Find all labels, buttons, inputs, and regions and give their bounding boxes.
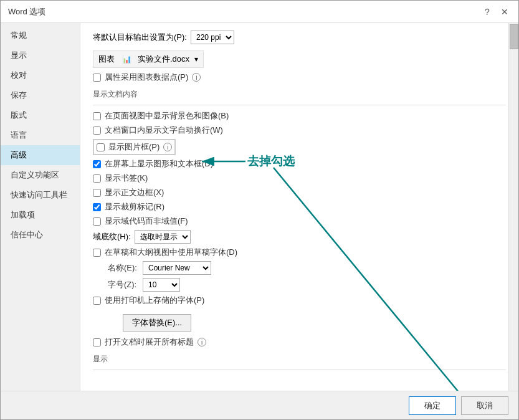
cb9-checkbox[interactable] — [93, 249, 101, 257]
sidebar-item-layout[interactable]: 版式 — [1, 105, 80, 125]
field-shading-select[interactable]: 选取时显示 — [135, 230, 191, 244]
cb1-label: 在页面视图中显示背景色和图像(B) — [105, 110, 229, 122]
cb1-wrap: 在页面视图中显示背景色和图像(B) — [93, 110, 229, 122]
title-bar: Word 选项 ? ✕ — [1, 1, 518, 23]
close-button[interactable]: ✕ — [498, 6, 511, 18]
cb11-checkbox[interactable] — [93, 338, 101, 346]
cb1-row: 在页面视图中显示背景色和图像(B) — [93, 110, 506, 122]
sidebar-item-proofing[interactable]: 校对 — [1, 65, 80, 85]
doc-content-section-label: 显示文档内容 — [93, 89, 506, 101]
dialog: Word 选项 ? ✕ 常规 显示 校对 保存 版式 语言 高级 自定义功能区 … — [0, 0, 519, 420]
title-controls: ? ✕ — [481, 6, 511, 18]
sidebar-item-display[interactable]: 显示 — [1, 45, 80, 65]
cb8-row: 显示域代码而非域值(F) — [93, 216, 506, 227]
cb8-label: 显示域代码而非域值(F) — [105, 216, 188, 227]
chart-label: 图表 — [98, 54, 115, 65]
cb7-checkbox[interactable] — [93, 203, 101, 211]
cb6-row: 显示正文边框(X) — [93, 187, 506, 198]
cancel-button[interactable]: 取消 — [461, 396, 508, 415]
sidebar: 常规 显示 校对 保存 版式 语言 高级 自定义功能区 快速访问工具栏 加载项 … — [1, 23, 80, 391]
font-size-row: 字号(Z): 10 — [108, 278, 506, 292]
ppi-row: 将默认目标输出设置为(P): 220 ppi — [93, 31, 506, 44]
cb6-wrap: 显示正文边框(X) — [93, 187, 164, 198]
cb5-row: 显示书签(K) — [93, 173, 506, 184]
ok-button[interactable]: 确定 — [409, 396, 456, 415]
ppi-label: 将默认目标输出设置为(P): — [93, 32, 187, 43]
doc-content-divider — [93, 105, 506, 105]
cb5-label: 显示书签(K) — [105, 173, 148, 184]
cb4-label: 在屏幕上显示图形和文本框(D) — [105, 158, 213, 169]
sidebar-item-language[interactable]: 语言 — [1, 125, 80, 145]
sidebar-item-quick-access[interactable]: 快速访问工具栏 — [1, 185, 80, 205]
font-name-label: 名称(E): — [108, 262, 138, 274]
scrollbar[interactable] — [508, 23, 518, 391]
field-shading-label: 域底纹(H): — [93, 231, 131, 242]
cb4-wrap: 在屏幕上显示图形和文本框(D) — [93, 158, 213, 169]
cb9-wrap: 在草稿和大纲视图中使用草稿字体(D) — [93, 247, 237, 258]
display-divider — [93, 370, 506, 370]
cb10-label: 使用打印机上存储的字体(P) — [105, 295, 204, 306]
cb5-wrap: 显示书签(K) — [93, 173, 148, 184]
cb11-wrap: 打开文档时展开所有标题 i — [93, 336, 206, 348]
sidebar-item-advanced[interactable]: 高级 — [1, 145, 80, 165]
cb2-row: 文档窗口内显示文字自动换行(W) — [93, 125, 506, 136]
cb3-wrap: 显示图片框(P) i — [97, 141, 172, 153]
cb3-checkbox[interactable] — [97, 143, 105, 151]
chart-file: 实验文件.docx — [138, 54, 189, 65]
chart-info-icon: i — [192, 73, 201, 82]
cb8-checkbox[interactable] — [93, 217, 101, 226]
cb9-row: 在草稿和大纲视图中使用草稿字体(D) — [93, 247, 506, 258]
cb2-wrap: 文档窗口内显示文字自动换行(W) — [93, 125, 223, 136]
content-area: 常规 显示 校对 保存 版式 语言 高级 自定义功能区 快速访问工具栏 加载项 … — [1, 23, 518, 391]
font-name-select[interactable]: Courier New — [143, 261, 211, 275]
sidebar-item-trust-center[interactable]: 信任中心 — [1, 225, 80, 245]
sidebar-item-general[interactable]: 常规 — [1, 26, 80, 45]
font-size-select[interactable]: 10 — [143, 278, 180, 292]
sidebar-item-customize-ribbon[interactable]: 自定义功能区 — [1, 165, 80, 185]
sidebar-item-save[interactable]: 保存 — [1, 85, 80, 105]
help-button[interactable]: ? — [481, 6, 493, 18]
cb10-row: 使用打印机上存储的字体(P) — [93, 295, 506, 306]
ppi-select[interactable]: 220 ppi — [191, 31, 234, 44]
cb6-label: 显示正文边框(X) — [105, 187, 164, 198]
cb1-checkbox[interactable] — [93, 112, 101, 120]
display-section-label: 显示 — [93, 354, 506, 366]
cb7-wrap: 显示裁剪标记(R) — [93, 201, 164, 212]
cb7-row: 显示裁剪标记(R) — [93, 201, 506, 212]
cb10-wrap: 使用打印机上存储的字体(P) — [93, 295, 204, 306]
cb11-label: 打开文档时展开所有标题 — [105, 336, 194, 348]
scrollbar-thumb[interactable] — [510, 24, 518, 49]
cb4-row: 在屏幕上显示图形和文本框(D) — [93, 158, 506, 169]
main-content: 将默认目标输出设置为(P): 220 ppi 图表 📊 实验文件.docx ▾ … — [80, 23, 518, 391]
cb4-checkbox[interactable] — [93, 160, 101, 168]
cb11-info-icon: i — [198, 338, 206, 346]
cb10-checkbox[interactable] — [93, 297, 101, 305]
chart-checkbox-row: 属性采用图表数据点(P) i — [93, 72, 506, 83]
cb3-label: 显示图片框(P) — [108, 141, 160, 153]
font-replace-row: 字体替换(E)... — [108, 309, 506, 332]
cb7-label: 显示裁剪标记(R) — [105, 201, 164, 212]
cb2-label: 文档窗口内显示文字自动换行(W) — [105, 125, 223, 136]
chart-checkbox[interactable] — [93, 74, 101, 82]
chart-checkbox-wrap: 属性采用图表数据点(P) i — [93, 72, 201, 83]
dialog-title: Word 选项 — [8, 6, 45, 17]
cb3-info-icon: i — [163, 143, 172, 151]
bottom-bar: 确定 取消 — [1, 391, 518, 419]
cb6-checkbox[interactable] — [93, 189, 101, 197]
font-name-row: 名称(E): Courier New — [108, 261, 506, 275]
cb11-row: 打开文档时展开所有标题 i — [93, 336, 506, 348]
cb8-wrap: 显示域代码而非域值(F) — [93, 216, 188, 227]
sidebar-item-addins[interactable]: 加载项 — [1, 205, 80, 225]
cb3-row: 显示图片框(P) i — [93, 139, 176, 155]
font-size-label: 字号(Z): — [108, 279, 138, 290]
chart-checkbox-label: 属性采用图表数据点(P) — [105, 72, 188, 83]
chart-row: 图表 📊 实验文件.docx ▾ — [93, 50, 204, 68]
cb9-label: 在草稿和大纲视图中使用草稿字体(D) — [105, 247, 237, 258]
cb2-checkbox[interactable] — [93, 126, 101, 135]
field-shading-row: 域底纹(H): 选取时显示 — [93, 230, 506, 244]
font-replace-button[interactable]: 字体替换(E)... — [123, 314, 191, 332]
cb5-checkbox[interactable] — [93, 174, 101, 183]
